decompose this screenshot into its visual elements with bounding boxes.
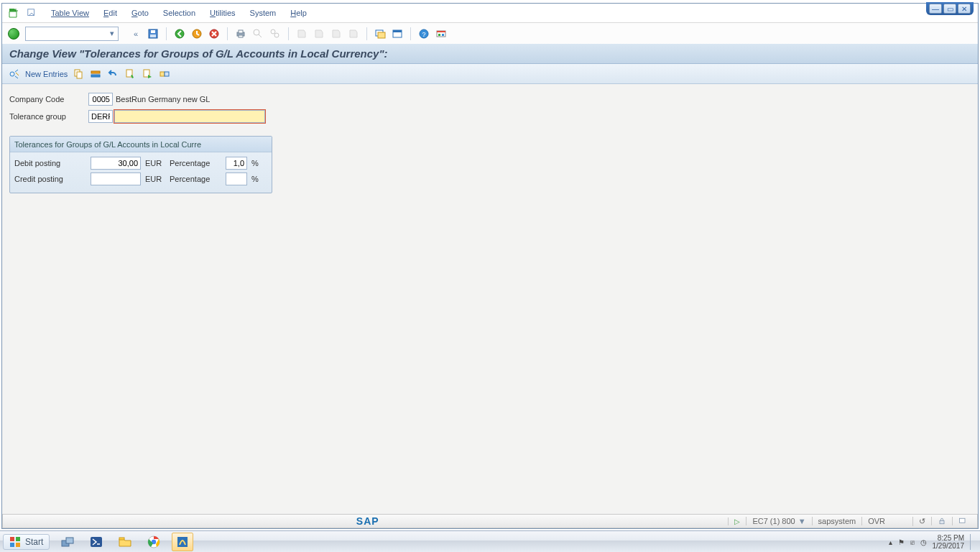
- taskbar-sap-logon-icon[interactable]: [172, 533, 193, 551]
- tolerances-groupbox: Tolerances for Groups of G/L Accounts in…: [9, 136, 272, 193]
- svg-rect-30: [160, 72, 165, 76]
- debit-posting-label: Debit posting: [14, 159, 86, 167]
- save-icon[interactable]: [146, 27, 160, 41]
- help-icon[interactable]: ?: [417, 27, 431, 41]
- company-code-text: BestRun Germany new GL: [116, 95, 210, 104]
- tolerance-group-input[interactable]: [88, 110, 113, 123]
- next-page-icon: [329, 27, 343, 41]
- tray-show-desktop[interactable]: [970, 534, 976, 550]
- menu-utilities[interactable]: Utilities: [203, 9, 242, 17]
- transport-icon[interactable]: [158, 68, 171, 80]
- credit-pct-unit: %: [251, 175, 259, 183]
- status-lock-icon[interactable]: [931, 517, 952, 525]
- status-session-icon[interactable]: [952, 517, 973, 525]
- svg-point-23: [10, 72, 14, 76]
- back-icon[interactable]: [172, 27, 187, 41]
- undo-icon[interactable]: [106, 68, 119, 80]
- svg-rect-36: [10, 543, 14, 547]
- debit-pct-label: Percentage: [170, 159, 221, 167]
- chevron-down-icon[interactable]: ▾: [106, 27, 118, 40]
- svg-rect-39: [66, 538, 73, 543]
- taskbar-explorer-icon[interactable]: [114, 533, 136, 551]
- debit-pct-unit: %: [251, 159, 259, 167]
- company-code-input[interactable]: [88, 93, 113, 106]
- new-session-icon[interactable]: [373, 27, 387, 41]
- first-page-icon: [295, 27, 309, 41]
- credit-posting-input[interactable]: [91, 172, 141, 185]
- svg-rect-26: [91, 71, 100, 73]
- system-tray: ▴ ⚑ ⎚ ◷ 8:25 PM 1/29/2017: [889, 531, 976, 552]
- maximize-button[interactable]: ▭: [943, 4, 956, 14]
- collapse-button[interactable]: «: [129, 27, 143, 41]
- menu-selection[interactable]: Selection: [156, 9, 203, 17]
- svg-rect-41: [119, 538, 124, 540]
- tray-flag-icon[interactable]: ⚑: [898, 538, 905, 546]
- tray-clock[interactable]: 8:25 PM 1/29/2017: [933, 534, 965, 550]
- taskbar-server-manager-icon[interactable]: [57, 533, 78, 551]
- content-area: Company Code BestRun Germany new GL Tole…: [2, 84, 978, 514]
- svg-point-4: [175, 29, 184, 38]
- print-icon[interactable]: [234, 27, 248, 41]
- window-controls: — ▭ ✕: [926, 2, 974, 15]
- exit-menu-icon[interactable]: [6, 6, 19, 19]
- exit-icon[interactable]: [190, 27, 204, 41]
- svg-rect-32: [940, 520, 944, 524]
- minimize-button[interactable]: —: [929, 4, 942, 14]
- taskbar-powershell-icon[interactable]: [85, 533, 107, 551]
- tolerances-group-title: Tolerances for Groups of G/L Accounts in…: [10, 137, 272, 152]
- svg-rect-34: [10, 537, 14, 541]
- credit-unit: EUR: [145, 175, 165, 183]
- command-field[interactable]: ▾: [25, 27, 119, 41]
- svg-rect-8: [239, 30, 243, 33]
- menu-help[interactable]: Help: [283, 9, 314, 17]
- layout-icon[interactable]: [434, 27, 448, 41]
- new-entries-button[interactable]: New Entries: [25, 70, 68, 78]
- cancel-icon[interactable]: [207, 27, 221, 41]
- debit-pct-input[interactable]: [226, 157, 247, 170]
- tray-device-icon[interactable]: ⎚: [910, 538, 915, 546]
- prev-page-icon: [312, 27, 326, 41]
- svg-rect-14: [378, 32, 385, 38]
- status-mode: OVR: [861, 517, 891, 525]
- start-button[interactable]: Start: [3, 534, 50, 550]
- debit-unit: EUR: [145, 159, 165, 167]
- view-title: Change View "Tolerances for Groups of G/…: [2, 44, 978, 64]
- delimit-icon[interactable]: [89, 68, 102, 80]
- copy-icon[interactable]: [72, 68, 85, 80]
- change-display-icon[interactable]: [8, 68, 21, 80]
- status-sync-icon[interactable]: ↺: [912, 517, 931, 526]
- shortcut-icon[interactable]: [390, 27, 405, 41]
- svg-rect-33: [960, 518, 966, 523]
- credit-pct-input[interactable]: [226, 172, 247, 185]
- windows-logo-icon: [9, 536, 21, 548]
- tray-expand-icon[interactable]: ▴: [889, 538, 892, 546]
- tolerance-group-label: Tolerance group: [9, 112, 88, 121]
- tray-network-icon[interactable]: ◷: [920, 538, 927, 546]
- svg-rect-9: [239, 35, 243, 37]
- save-variant-icon[interactable]: [141, 68, 154, 80]
- svg-rect-16: [393, 30, 402, 32]
- svg-rect-25: [77, 72, 82, 78]
- menu-goto[interactable]: Goto: [124, 9, 156, 17]
- menu-system[interactable]: System: [243, 9, 284, 17]
- close-button[interactable]: ✕: [958, 4, 971, 14]
- enter-button[interactable]: [8, 28, 19, 40]
- taskbar-chrome-icon[interactable]: [143, 533, 165, 551]
- debit-posting-input[interactable]: [91, 157, 141, 170]
- svg-rect-3: [150, 34, 156, 37]
- svg-rect-21: [438, 34, 440, 36]
- svg-rect-31: [165, 72, 169, 76]
- status-system[interactable]: EC7 (1) 800 ▼: [746, 517, 811, 525]
- company-code-label: Company Code: [9, 95, 88, 104]
- svg-point-11: [271, 29, 275, 34]
- menu-edit[interactable]: Edit: [96, 9, 124, 17]
- find-icon: [251, 27, 265, 41]
- tolerance-group-text-input[interactable]: [114, 110, 265, 123]
- windows-taskbar: Start ▴ ⚑ ⎚ ◷ 8:25 PM 1/29/2017: [0, 530, 980, 552]
- menu-table-view[interactable]: Table View: [44, 9, 96, 17]
- menu-dd-icon[interactable]: [27, 8, 37, 18]
- status-arrow-icon[interactable]: ▷: [734, 518, 740, 525]
- select-icon[interactable]: [124, 68, 137, 80]
- status-bar: SAP ▷ EC7 (1) 800 ▼ sapsystem OVR ↺: [2, 514, 978, 528]
- find-next-icon: [268, 27, 282, 41]
